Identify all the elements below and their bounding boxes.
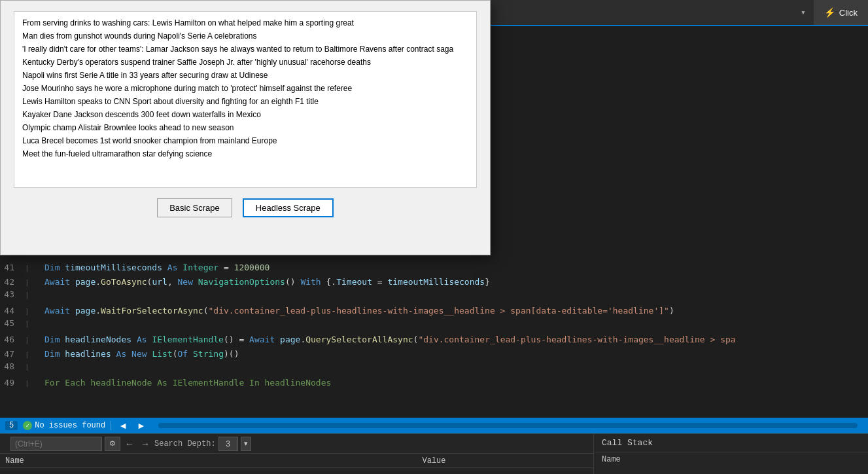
code-line: 44 | Await page.WaitForSelectorAsync("di… [0,304,868,318]
check-circle-icon: ✓ [23,421,32,430]
col-value: Value [291,454,577,467]
call-stack-name-col: Name [594,452,868,467]
news-item: Jose Mourinho says he wore a microphone … [22,82,468,94]
code-line: 42 | Await page.GoToAsync(url, New Navig… [0,275,868,289]
news-item: Lewis Hamilton speaks to CNN Sport about… [22,96,468,107]
debug-depth-input[interactable] [218,437,238,451]
debug-nav-back[interactable]: ← [123,439,136,449]
news-item: Man dies from gunshot wounds during Napo… [22,30,468,42]
call-stack-title: Call Stack [594,434,868,452]
editor-content: 41 | Dim timeoutMilliseconds As Integer … [0,258,868,393]
news-item: Napoli wins first Serie A title in 33 ye… [22,69,468,81]
status-text: No issues found [35,421,105,430]
dropdown-button[interactable]: ▾ [795,0,814,25]
news-item: 'I really didn't care for other teams': … [22,43,468,55]
col-name: Name [5,454,291,467]
top-bar-right: ▾ ⚡ Click [795,0,868,25]
status-scrollbar[interactable] [158,423,858,428]
lightning-icon: ⚡ [824,7,835,18]
debug-depth-dropdown[interactable]: ▾ [241,437,251,451]
status-nav-fwd[interactable]: ► [135,420,148,431]
dialog-content: From serving drinks to washing cars: Lew… [1,1,490,225]
headless-scrape-button[interactable]: Headless Scrape [243,198,334,217]
debug-depth-label: Search Depth: [154,439,216,448]
click-label: Click [839,8,858,18]
click-button[interactable]: ⚡ Click [814,0,868,25]
status-bar: 5 ✓ No issues found ◄ ► [0,418,868,433]
news-item: Luca Brecel becomes 1st world snooker ch… [22,135,468,147]
dialog-window: From serving drinks to washing cars: Lew… [0,0,491,255]
news-list: From serving drinks to washing cars: Lew… [14,11,477,188]
news-item: Kayaker Dane Jackson descends 300 feet d… [22,109,468,120]
dialog-buttons: Basic Scrape Headless Scrape [14,198,477,217]
debug-panel: ⚙ ← → Search Depth: ▾ ▾ 📌 ✕ Call Stack N… [0,433,868,474]
status-nav-back[interactable]: ◄ [116,420,130,431]
code-line: 41 | Dim timeoutMilliseconds As Integer … [0,261,868,275]
status-divider [111,421,111,430]
debug-nav-fwd[interactable]: → [139,439,152,449]
debug-search-btn[interactable]: ⚙ [105,437,120,451]
news-item: From serving drinks to washing cars: Lew… [22,17,468,29]
code-line: 49 | For Each headlineNode As IElementHa… [0,376,868,390]
status-ok: ✓ No issues found [23,421,105,430]
debug-search-area: ⚙ ← → Search Depth: ▾ [5,434,256,454]
call-stack-panel: Call Stack Name [593,434,868,474]
news-item: Kentucky Derby's operators suspend train… [22,56,468,68]
code-line: 46 | Dim headlineNodes As IElementHandle… [0,333,868,347]
status-number: 5 [5,421,18,430]
news-item: Meet the fun-fueled ultramarathon star d… [22,148,468,160]
basic-scrape-button[interactable]: Basic Scrape [157,198,232,217]
code-line: 45 | [0,318,868,333]
code-line: 47 | Dim headlines As New List(Of String… [0,347,868,361]
news-item: Olympic champ Alistair Brownlee looks ah… [22,122,468,134]
status-bar-left: 5 ✓ No issues found ◄ ► [5,420,148,431]
dropdown-arrow: ▾ [801,7,806,18]
code-line: 48 | [0,361,868,376]
code-line: 43 | [0,289,868,304]
debug-search-input[interactable] [10,437,102,451]
